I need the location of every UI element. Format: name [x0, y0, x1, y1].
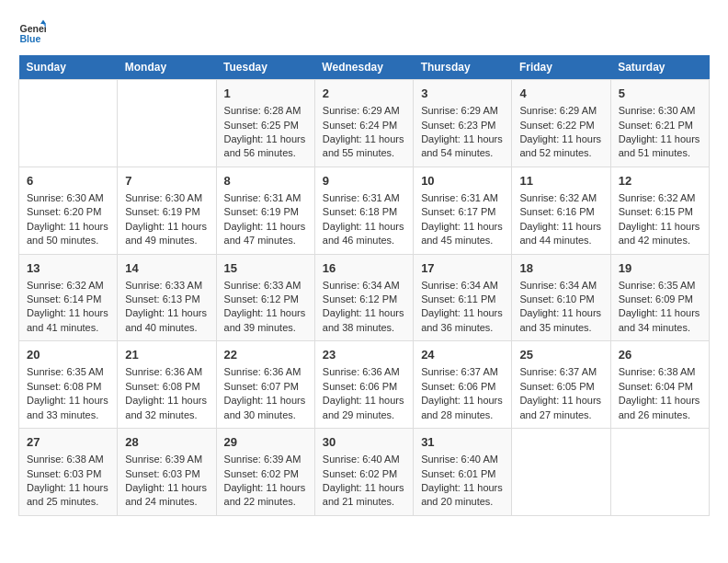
header-saturday: Saturday [610, 55, 709, 80]
sunset: Sunset: 6:07 PM [224, 381, 299, 392]
sunset: Sunset: 6:19 PM [224, 206, 299, 217]
sunrise: Sunrise: 6:34 AM [323, 280, 400, 291]
day-number: 12 [619, 173, 701, 190]
sunrise: Sunrise: 6:32 AM [519, 192, 597, 203]
calendar-cell: 4 Sunrise: 6:29 AM Sunset: 6:22 PM Dayli… [512, 80, 610, 167]
calendar-cell: 2 Sunrise: 6:29 AM Sunset: 6:24 PM Dayli… [314, 80, 413, 167]
sunset: Sunset: 6:09 PM [619, 293, 693, 304]
daylight: Daylight: 11 hours and 25 minutes. [27, 482, 108, 507]
sunset: Sunset: 6:01 PM [421, 468, 495, 479]
calendar-cell: 27 Sunrise: 6:38 AM Sunset: 6:03 PM Dayl… [19, 429, 118, 516]
daylight: Daylight: 11 hours and 28 minutes. [421, 395, 503, 419]
day-number: 3 [421, 86, 504, 102]
calendar-cell: 16 Sunrise: 6:34 AM Sunset: 6:12 PM Dayl… [314, 254, 413, 341]
day-number: 2 [323, 86, 405, 102]
calendar-cell: 19 Sunrise: 6:35 AM Sunset: 6:09 PM Dayl… [610, 254, 709, 341]
calendar-cell: 21 Sunrise: 6:36 AM Sunset: 6:08 PM Dayl… [118, 341, 216, 429]
header-wednesday: Wednesday [314, 55, 413, 80]
day-number: 1 [224, 86, 307, 102]
calendar-week-row: 13 Sunrise: 6:32 AM Sunset: 6:14 PM Dayl… [19, 254, 710, 341]
day-number: 22 [224, 347, 307, 363]
daylight: Daylight: 11 hours and 36 minutes. [421, 307, 503, 332]
sunset: Sunset: 6:12 PM [323, 293, 397, 304]
header-thursday: Thursday [414, 55, 512, 80]
sunset: Sunset: 6:11 PM [421, 293, 495, 304]
calendar-cell: 11 Sunrise: 6:32 AM Sunset: 6:16 PM Dayl… [512, 167, 610, 254]
calendar-week-row: 1 Sunrise: 6:28 AM Sunset: 6:25 PM Dayli… [19, 80, 710, 167]
sunset: Sunset: 6:15 PM [619, 206, 693, 217]
sunrise: Sunrise: 6:38 AM [27, 454, 104, 465]
daylight: Daylight: 11 hours and 40 minutes. [125, 307, 207, 332]
sunset: Sunset: 6:17 PM [421, 206, 495, 217]
day-number: 11 [519, 173, 602, 190]
day-number: 20 [27, 347, 109, 363]
sunrise: Sunrise: 6:33 AM [224, 280, 301, 291]
sunset: Sunset: 6:10 PM [519, 293, 594, 304]
daylight: Daylight: 11 hours and 44 minutes. [519, 221, 601, 246]
sunset: Sunset: 6:13 PM [125, 293, 199, 304]
sunrise: Sunrise: 6:38 AM [619, 366, 696, 377]
sunset: Sunset: 6:24 PM [323, 120, 397, 131]
daylight: Daylight: 11 hours and 49 minutes. [125, 221, 207, 246]
sunrise: Sunrise: 6:34 AM [519, 280, 597, 291]
daylight: Daylight: 11 hours and 20 minutes. [421, 482, 503, 507]
sunset: Sunset: 6:06 PM [421, 381, 495, 392]
day-number: 18 [519, 260, 602, 277]
day-number: 26 [619, 347, 701, 363]
daylight: Daylight: 11 hours and 34 minutes. [619, 307, 700, 332]
sunrise: Sunrise: 6:32 AM [619, 192, 696, 203]
calendar-cell: 10 Sunrise: 6:31 AM Sunset: 6:17 PM Dayl… [414, 167, 512, 254]
calendar-cell: 26 Sunrise: 6:38 AM Sunset: 6:04 PM Dayl… [610, 341, 709, 429]
day-number: 7 [125, 173, 208, 190]
daylight: Daylight: 11 hours and 24 minutes. [125, 482, 207, 507]
sunrise: Sunrise: 6:39 AM [125, 454, 202, 465]
daylight: Daylight: 11 hours and 26 minutes. [619, 395, 700, 419]
day-number: 13 [27, 260, 109, 277]
calendar-cell: 12 Sunrise: 6:32 AM Sunset: 6:15 PM Dayl… [610, 167, 709, 254]
calendar-cell: 14 Sunrise: 6:33 AM Sunset: 6:13 PM Dayl… [118, 254, 216, 341]
daylight: Daylight: 11 hours and 38 minutes. [323, 307, 404, 332]
calendar-cell: 29 Sunrise: 6:39 AM Sunset: 6:02 PM Dayl… [216, 429, 314, 516]
calendar-cell: 22 Sunrise: 6:36 AM Sunset: 6:07 PM Dayl… [216, 341, 314, 429]
sunrise: Sunrise: 6:34 AM [421, 280, 498, 291]
sunrise: Sunrise: 6:40 AM [323, 454, 400, 465]
sunrise: Sunrise: 6:29 AM [323, 105, 400, 116]
daylight: Daylight: 11 hours and 27 minutes. [519, 395, 601, 419]
day-number: 10 [421, 173, 504, 190]
sunset: Sunset: 6:19 PM [125, 206, 199, 217]
daylight: Daylight: 11 hours and 21 minutes. [323, 482, 404, 507]
sunset: Sunset: 6:12 PM [224, 293, 299, 304]
day-number: 28 [125, 434, 208, 451]
calendar-cell: 31 Sunrise: 6:40 AM Sunset: 6:01 PM Dayl… [414, 429, 512, 516]
calendar-cell [118, 80, 216, 167]
page-header: General Blue [18, 18, 710, 46]
sunset: Sunset: 6:03 PM [27, 468, 101, 479]
calendar-cell: 17 Sunrise: 6:34 AM Sunset: 6:11 PM Dayl… [414, 254, 512, 341]
sunrise: Sunrise: 6:31 AM [224, 192, 301, 203]
day-number: 29 [224, 434, 307, 451]
daylight: Daylight: 11 hours and 33 minutes. [27, 395, 108, 419]
daylight: Daylight: 11 hours and 22 minutes. [224, 482, 306, 507]
day-number: 14 [125, 260, 208, 277]
daylight: Daylight: 11 hours and 35 minutes. [519, 307, 601, 332]
sunset: Sunset: 6:08 PM [27, 381, 101, 392]
calendar-cell: 1 Sunrise: 6:28 AM Sunset: 6:25 PM Dayli… [216, 80, 314, 167]
day-number: 27 [27, 434, 109, 451]
sunset: Sunset: 6:22 PM [519, 120, 594, 131]
calendar-cell: 25 Sunrise: 6:37 AM Sunset: 6:05 PM Dayl… [512, 341, 610, 429]
sunset: Sunset: 6:08 PM [125, 381, 199, 392]
calendar-cell: 7 Sunrise: 6:30 AM Sunset: 6:19 PM Dayli… [118, 167, 216, 254]
sunrise: Sunrise: 6:31 AM [421, 192, 498, 203]
calendar-cell: 23 Sunrise: 6:36 AM Sunset: 6:06 PM Dayl… [314, 341, 413, 429]
logo: General Blue [18, 18, 50, 46]
day-number: 15 [224, 260, 307, 277]
calendar-cell: 8 Sunrise: 6:31 AM Sunset: 6:19 PM Dayli… [216, 167, 314, 254]
daylight: Daylight: 11 hours and 55 minutes. [323, 133, 404, 158]
calendar-cell: 13 Sunrise: 6:32 AM Sunset: 6:14 PM Dayl… [19, 254, 118, 341]
calendar-cell: 5 Sunrise: 6:30 AM Sunset: 6:21 PM Dayli… [610, 80, 709, 167]
daylight: Daylight: 11 hours and 46 minutes. [323, 221, 404, 246]
daylight: Daylight: 11 hours and 54 minutes. [421, 133, 503, 158]
sunrise: Sunrise: 6:30 AM [125, 192, 202, 203]
logo-icon: General Blue [18, 18, 46, 46]
calendar-week-row: 20 Sunrise: 6:35 AM Sunset: 6:08 PM Dayl… [19, 341, 710, 429]
